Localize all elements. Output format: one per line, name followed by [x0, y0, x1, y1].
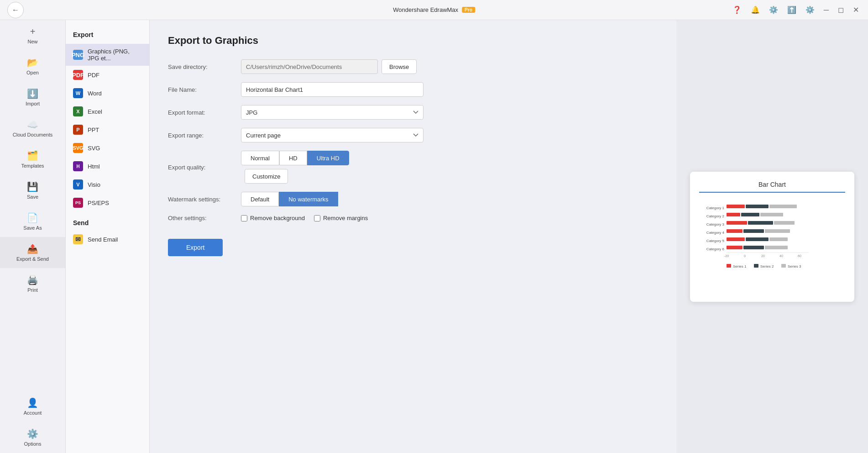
cloud-icon: ☁️	[27, 119, 38, 130]
watermark-default-button[interactable]: Default	[241, 192, 279, 206]
sidebar-label-open: Open	[26, 70, 39, 75]
svg-icon: SVG	[73, 143, 83, 153]
new-icon: +	[30, 26, 36, 37]
svg-rect-13	[727, 229, 743, 233]
ppt-icon: P	[73, 125, 83, 135]
graphics-label: Graphics (PNG, JPG et...	[88, 48, 142, 62]
sidebar-item-cloud[interactable]: ☁️ Cloud Documents	[0, 113, 65, 144]
export-menu-word[interactable]: W Word	[66, 84, 149, 102]
watermark-row: Watermark settings: Default No watermark…	[168, 192, 658, 206]
svg-text:Category 6: Category 6	[706, 247, 725, 251]
svg-rect-2	[746, 205, 769, 208]
svg-rect-10	[748, 221, 773, 225]
remove-background-input[interactable]	[241, 215, 247, 221]
sidebar-item-import[interactable]: ⬇️ Import	[0, 82, 65, 113]
sidebar-item-saveas[interactable]: 📄 Save As	[0, 206, 65, 237]
export-menu-pseps[interactable]: PS PS/EPS	[66, 194, 149, 212]
svg-rect-1	[727, 205, 745, 208]
options-icon: ⚙️	[27, 428, 38, 439]
svg-rect-11	[774, 221, 795, 225]
sidebar-bottom: 👤 Account ⚙️ Options	[0, 391, 65, 453]
other-settings-row: Other settings: Remove background Remove…	[168, 215, 658, 221]
help-icon[interactable]: ❓	[731, 4, 743, 16]
print-icon: 🖨️	[27, 274, 38, 285]
account-icon: 👤	[27, 397, 38, 408]
watermark-none-button[interactable]: No watermarks	[279, 192, 338, 206]
other-settings-label: Other settings:	[168, 215, 241, 221]
export-menu-svg[interactable]: SVG SVG	[66, 139, 149, 157]
export-menu-excel[interactable]: X Excel	[66, 102, 149, 121]
tools-icon[interactable]: ⚙️	[767, 4, 780, 16]
notification-icon[interactable]: 🔔	[749, 4, 762, 16]
svg-rect-30	[727, 264, 731, 268]
svg-text:Category 4: Category 4	[706, 231, 725, 235]
sidebar-item-open[interactable]: 📂 Open	[0, 51, 65, 82]
sidebar-item-account[interactable]: 👤 Account	[0, 391, 65, 422]
app-title: Wondershare EdrawMax	[393, 6, 458, 13]
remove-background-checkbox[interactable]: Remove background	[241, 215, 305, 221]
graphics-icon: PNG	[73, 50, 83, 60]
save-directory-input[interactable]	[241, 59, 378, 74]
back-button[interactable]: ←	[7, 2, 24, 18]
export-format-select[interactable]: JPG PNG BMP GIF SVG	[241, 105, 424, 120]
import-icon: ⬇️	[27, 88, 38, 99]
sidebar-export: Export PNG Graphics (PNG, JPG et... PDF …	[66, 20, 150, 453]
sidebar-label-print: Print	[27, 287, 38, 293]
file-name-label: File Name:	[168, 86, 241, 93]
watermark-controls: Default No watermarks	[241, 192, 658, 206]
export-menu-ppt[interactable]: P PPT	[66, 121, 149, 139]
sidebar-label-save: Save	[27, 194, 38, 200]
quality-hd-button[interactable]: HD	[279, 151, 307, 165]
export-range-label: Export range:	[168, 132, 241, 139]
sidebar-label-import: Import	[26, 101, 40, 106]
svg-text:Series 2: Series 2	[760, 264, 774, 269]
svg-rect-34	[781, 264, 786, 268]
export-button[interactable]: Export	[168, 239, 223, 256]
sidebar-item-save[interactable]: 💾 Save	[0, 175, 65, 206]
pseps-label: PS/EPS	[88, 200, 109, 206]
sidebar-item-options[interactable]: ⚙️ Options	[0, 422, 65, 453]
main-container: + New 📂 Open ⬇️ Import ☁️ Cloud Document…	[0, 20, 868, 453]
remove-margins-checkbox[interactable]: Remove margins	[314, 215, 368, 221]
quality-ultrahd-button[interactable]: Ultra HD	[307, 151, 349, 165]
export-menu-visio[interactable]: V Visio	[66, 175, 149, 194]
excel-icon: X	[73, 106, 83, 116]
share-icon[interactable]: ⬆️	[785, 4, 798, 16]
customize-button[interactable]: Customize	[245, 169, 288, 184]
remove-margins-input[interactable]	[314, 215, 320, 221]
word-label: Word	[88, 90, 102, 97]
html-label: Html	[88, 163, 100, 170]
sidebar-label-saveas: Save As	[23, 225, 42, 231]
sidebar-item-new[interactable]: + New	[0, 20, 65, 51]
maximize-button[interactable]: ◻	[836, 4, 846, 16]
svg-rect-5	[727, 213, 740, 216]
svg-rect-15	[765, 229, 790, 233]
minimize-button[interactable]: ─	[822, 4, 831, 16]
svg-text:0: 0	[744, 254, 746, 258]
export-menu-html[interactable]: H Html	[66, 157, 149, 175]
export-menu-email[interactable]: ✉ Send Email	[66, 230, 149, 248]
sidebar-label-export: Export & Send	[16, 256, 49, 262]
export-range-select[interactable]: Current page All pages Selected pages	[241, 128, 424, 142]
svg-text:Series 3: Series 3	[788, 264, 801, 269]
file-name-input[interactable]	[241, 82, 424, 97]
save-directory-label: Save directory:	[168, 63, 241, 70]
svg-rect-18	[746, 237, 769, 241]
templates-icon: 🗂️	[27, 150, 38, 161]
settings-icon[interactable]: ⚙️	[804, 4, 816, 16]
sidebar-item-print[interactable]: 🖨️ Print	[0, 268, 65, 299]
close-button[interactable]: ✕	[851, 4, 861, 16]
export-menu-graphics[interactable]: PNG Graphics (PNG, JPG et...	[66, 44, 149, 66]
title-bar-right: ❓ 🔔 ⚙️ ⬆️ ⚙️ ─ ◻ ✕	[731, 4, 861, 16]
saveas-icon: 📄	[27, 212, 38, 223]
browse-button[interactable]: Browse	[382, 59, 417, 74]
export-form-title: Export to Graphics	[168, 35, 658, 47]
quality-normal-button[interactable]: Normal	[241, 151, 279, 165]
sidebar-item-templates[interactable]: 🗂️ Templates	[0, 144, 65, 175]
visio-label: Visio	[88, 181, 100, 188]
sidebar-item-export[interactable]: 📤 Export & Send	[0, 237, 65, 268]
export-quality-label: Export quality:	[168, 164, 241, 171]
svg-rect-6	[741, 213, 759, 216]
remove-margins-label: Remove margins	[323, 215, 368, 221]
export-menu-pdf[interactable]: PDF PDF	[66, 66, 149, 84]
